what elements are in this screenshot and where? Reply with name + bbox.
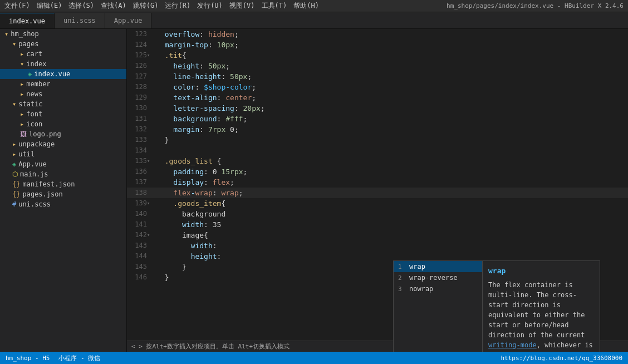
autocomplete-item-num: 1 bbox=[398, 263, 406, 270]
code-line: 123 overflow: hidden; bbox=[127, 29, 628, 40]
line-content: image{ bbox=[154, 230, 628, 240]
code-line: 125▾ .tit{ bbox=[127, 50, 628, 61]
menu-item[interactable]: 工具(T) bbox=[262, 1, 287, 11]
fold-arrow[interactable]: ▾ bbox=[147, 230, 150, 240]
line-content: display: flex; bbox=[154, 177, 628, 188]
menu-item[interactable]: 编辑(E) bbox=[37, 1, 62, 11]
sidebar-item-label: uni.scss bbox=[18, 200, 51, 208]
line-content: line-height: 50px; bbox=[154, 71, 628, 82]
autocomplete-detail-desc: The flex container is multi-line. The cr… bbox=[488, 280, 594, 352]
bottom-bar-left: hm_shop - H5 小程序 - 微信 bbox=[6, 354, 100, 362]
code-line: 132 margin: 7rpx 0; bbox=[127, 124, 628, 135]
code-line: 126 height: 50px; bbox=[127, 61, 628, 71]
line-number: 145 bbox=[127, 262, 154, 272]
folder-icon: ▾ bbox=[4, 30, 8, 38]
project-name: hm_shop - H5 bbox=[6, 355, 50, 362]
line-number: 125▾ bbox=[127, 50, 154, 61]
writing-mode-link[interactable]: writing-mode bbox=[488, 341, 537, 349]
autocomplete-item-wrap-reverse[interactable]: 2wrap-reverse bbox=[394, 272, 482, 283]
main-layout: ▾hm_shop▾pages▸cart▾index◈index.vue▸memb… bbox=[0, 29, 628, 352]
line-number: 143 bbox=[127, 240, 154, 251]
menu-item[interactable]: 查找(A) bbox=[101, 1, 126, 11]
tab-uni-scss[interactable]: uni.scss bbox=[55, 13, 105, 28]
code-line: 141 width: 35 bbox=[127, 219, 628, 230]
line-number: 128 bbox=[127, 82, 154, 92]
line-content: margin: 7rpx 0; bbox=[154, 124, 628, 135]
sidebar-item-static[interactable]: ▾static bbox=[0, 99, 126, 109]
autocomplete-popup[interactable]: 1wrap2wrap-reverse3nowrap wrap The flex … bbox=[393, 260, 600, 352]
sidebar-item-label: static bbox=[18, 100, 42, 108]
code-line: 127 line-height: 50px; bbox=[127, 71, 628, 82]
autocomplete-item-text: wrap bbox=[409, 263, 478, 270]
window-title: hm_shop/pages/index/index.vue - HBuilder… bbox=[447, 2, 624, 9]
tab-index-vue[interactable]: index.vue bbox=[0, 13, 55, 28]
menu-item[interactable]: 运行(R) bbox=[165, 1, 190, 11]
code-editor[interactable]: 123 overflow: hidden;124 margin-top: 10p… bbox=[127, 29, 628, 352]
menu-item[interactable]: 帮助(H) bbox=[293, 1, 319, 11]
bottom-bar: hm_shop - H5 小程序 - 微信 https://blog.csdn.… bbox=[0, 352, 628, 364]
sidebar-item-index[interactable]: ▾index bbox=[0, 59, 126, 69]
sidebar-item-label: index.vue bbox=[34, 70, 70, 78]
sidebar-item-member[interactable]: ▸member bbox=[0, 79, 126, 89]
run-type: 小程序 - 微信 bbox=[58, 354, 100, 362]
sidebar-item-label: manifest.json bbox=[22, 180, 75, 188]
autocomplete-item-nowrap[interactable]: 3nowrap bbox=[394, 283, 482, 294]
folder-icon: ▾ bbox=[20, 60, 24, 68]
line-number: 124 bbox=[127, 40, 154, 50]
sidebar-item-index-vue[interactable]: ◈index.vue bbox=[0, 69, 126, 79]
line-content: margin-top: 10px; bbox=[154, 40, 628, 50]
menu-item[interactable]: 选择(S) bbox=[68, 1, 94, 11]
sidebar-item-label: font bbox=[26, 110, 42, 118]
folder-icon: ▸ bbox=[20, 110, 24, 118]
sidebar-item-util[interactable]: ▸util bbox=[0, 149, 126, 159]
autocomplete-list[interactable]: 1wrap2wrap-reverse3nowrap bbox=[394, 261, 483, 352]
folder-icon: ▸ bbox=[20, 50, 24, 58]
csdn-link[interactable]: https://blog.csdn.net/qq_33608000 bbox=[501, 355, 622, 362]
sidebar-item-label: pages bbox=[18, 40, 38, 48]
sidebar-item-pages[interactable]: ▾pages bbox=[0, 39, 126, 49]
fold-arrow[interactable]: ▾ bbox=[147, 198, 150, 209]
autocomplete-detail: wrap The flex container is multi-line. T… bbox=[483, 261, 600, 352]
sidebar-item-label: main.js bbox=[20, 170, 48, 178]
folder-icon: ▸ bbox=[20, 120, 24, 128]
tabs-bar: index.vue uni.scss App.vue bbox=[0, 12, 628, 29]
sidebar-item-pages-json[interactable]: {}pages.json bbox=[0, 189, 126, 199]
sidebar-item-main-js[interactable]: ⬡main.js bbox=[0, 169, 126, 179]
line-number: 146 bbox=[127, 272, 154, 283]
sidebar-item-uni-scss[interactable]: #uni.scss bbox=[0, 199, 126, 209]
line-number: 139▾ bbox=[127, 198, 154, 209]
sidebar-item-label: logo.png bbox=[29, 130, 61, 138]
sidebar-item-manifest-json[interactable]: {}manifest.json bbox=[0, 179, 126, 189]
code-line: 139▾ .goods_item{ bbox=[127, 198, 628, 209]
line-number: 129 bbox=[127, 92, 154, 103]
line-number: 133 bbox=[127, 135, 154, 145]
code-line: 136 padding: 0 15rpx; bbox=[127, 166, 628, 177]
sidebar-item-app-vue[interactable]: ◈App.vue bbox=[0, 159, 126, 169]
sidebar-item-hm_shop[interactable]: ▾hm_shop bbox=[0, 29, 126, 39]
menu-item[interactable]: 发行(U) bbox=[197, 1, 223, 11]
js-file-icon: ⬡ bbox=[12, 170, 18, 178]
folder-icon: ▸ bbox=[20, 90, 24, 98]
sidebar-item-label: icon bbox=[26, 120, 42, 128]
fold-arrow[interactable]: ▾ bbox=[147, 156, 150, 166]
menu-item[interactable]: 跳转(G) bbox=[133, 1, 159, 11]
menu-item[interactable]: 视图(V) bbox=[229, 1, 255, 11]
tab-app-vue[interactable]: App.vue bbox=[105, 13, 152, 28]
fold-arrow[interactable]: ▾ bbox=[147, 50, 150, 61]
sidebar-item-cart[interactable]: ▸cart bbox=[0, 49, 126, 59]
vue-file-icon: ◈ bbox=[28, 70, 32, 78]
autocomplete-item-wrap[interactable]: 1wrap bbox=[394, 261, 482, 272]
sidebar-item-icon[interactable]: ▸icon bbox=[0, 119, 126, 129]
menu-item[interactable]: 文件(F) bbox=[4, 1, 30, 11]
css-file-icon: # bbox=[12, 200, 16, 208]
line-content: overflow: hidden; bbox=[154, 29, 628, 40]
sidebar-item-unpackage[interactable]: ▸unpackage bbox=[0, 139, 126, 149]
line-number: 136 bbox=[127, 166, 154, 177]
sidebar-item-label: pages.json bbox=[22, 190, 62, 198]
menu-bar[interactable]: 文件(F)编辑(E)选择(S)查找(A)跳转(G)运行(R)发行(U)视图(V)… bbox=[4, 1, 319, 11]
sidebar-item-font[interactable]: ▸font bbox=[0, 109, 126, 119]
sidebar-item-news[interactable]: ▸news bbox=[0, 89, 126, 99]
sidebar-item-logo-png[interactable]: 🖼logo.png bbox=[0, 129, 126, 139]
sidebar-item-label: unpackage bbox=[18, 140, 55, 148]
folder-icon: ▸ bbox=[12, 140, 16, 148]
